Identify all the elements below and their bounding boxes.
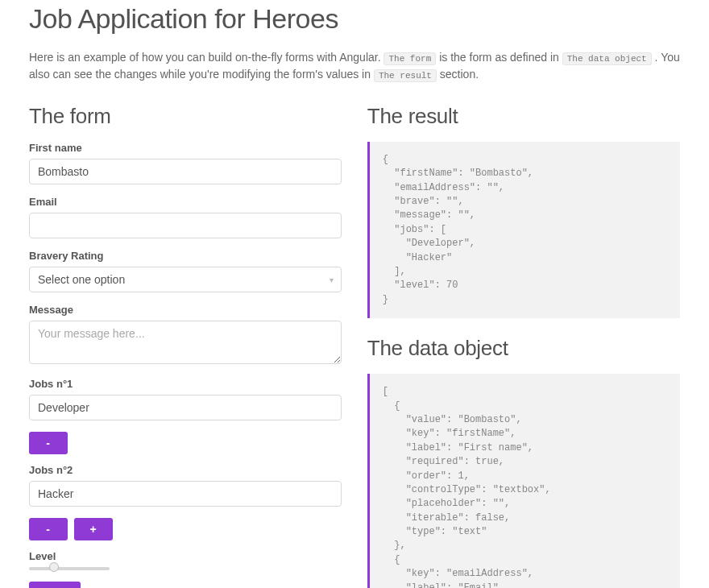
input-first-name[interactable] (29, 159, 342, 184)
label-level: Level (29, 550, 342, 562)
textarea-message[interactable] (29, 321, 342, 364)
intro-paragraph: Here is an example of how you can build … (29, 49, 680, 83)
field-level: Level (29, 550, 342, 570)
code-the-form: The form (384, 52, 436, 65)
result-json-block: { "firstName": "Bombasto", "emailAddress… (367, 142, 680, 318)
intro-text-4: section. (440, 68, 479, 81)
field-message: Message (29, 304, 342, 366)
label-email: Email (29, 196, 342, 208)
code-the-result: The result (374, 69, 437, 82)
select-bravery[interactable]: Select one option (29, 267, 342, 292)
code-the-data-object: The data object (562, 52, 652, 65)
data-json-block: [ { "value": "Bombasto", "key": "firstNa… (367, 374, 680, 588)
input-email[interactable] (29, 213, 342, 238)
form-heading: The form (29, 104, 342, 129)
field-first-name: First name (29, 142, 342, 184)
field-bravery: Bravery Rating Select one option ▾ (29, 250, 342, 292)
field-email: Email (29, 196, 342, 238)
label-job-1: Jobs n°1 (29, 378, 342, 390)
intro-text-2: is the form as defined in (439, 51, 562, 64)
add-job-button[interactable]: + (74, 518, 113, 540)
field-job-1: Jobs n°1 (29, 378, 342, 420)
result-heading: The result (367, 104, 680, 129)
label-first-name: First name (29, 142, 342, 154)
slider-level[interactable] (29, 567, 110, 570)
remove-job-2-button[interactable]: - (29, 518, 68, 540)
input-job-1[interactable] (29, 395, 342, 420)
intro-text-1: Here is an example of how you can build … (29, 51, 384, 64)
input-job-2[interactable] (29, 481, 342, 507)
page-title: Job Application for Heroes (29, 0, 680, 35)
label-bravery: Bravery Rating (29, 250, 342, 262)
remove-job-1-button[interactable]: - (29, 432, 68, 454)
save-button[interactable]: Save (29, 582, 81, 588)
data-heading: The data object (367, 336, 680, 361)
label-job-2: Jobs n°2 (29, 464, 342, 476)
field-job-2: Jobs n°2 (29, 464, 342, 507)
label-message: Message (29, 304, 342, 316)
